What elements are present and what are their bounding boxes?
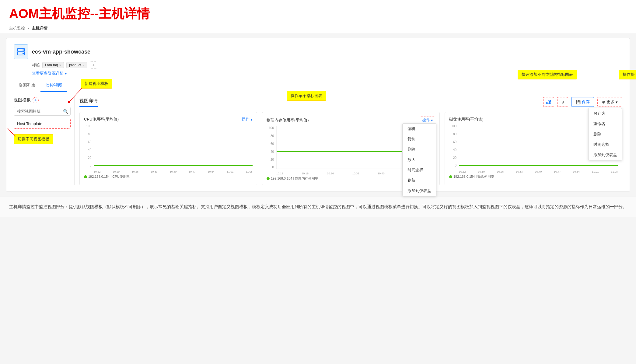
more-button[interactable]: ⊕ 更多 ▾	[597, 97, 622, 107]
chevron-down-icon: ▾	[65, 71, 67, 76]
chart-line-cpu	[94, 165, 253, 166]
resource-name: ecs-vm-app-showcase	[32, 49, 90, 55]
op-refresh[interactable]: 刷新	[403, 175, 436, 186]
annotation-new-template: 新建视图模板	[81, 79, 112, 89]
op-copy[interactable]: 复制	[403, 134, 436, 144]
y-axis-cpu: 100 80 60 40 20 0	[84, 124, 93, 167]
search-icon: 🔍	[63, 109, 68, 114]
view-tab-section: 视图详情 快速添加不同类型的指标图表	[79, 97, 622, 107]
add-chart-icon-btn[interactable]	[543, 97, 554, 107]
view-templates-label: 视图模板	[14, 97, 31, 103]
chevron-down-icon-cpu: ▾	[250, 117, 253, 122]
chevron-down-icon-memory: ▾	[431, 118, 433, 123]
svg-line-4	[68, 88, 82, 103]
breadcrumb-separator: ›	[28, 26, 29, 30]
breadcrumb: 主机监控 › 主机详情	[9, 24, 627, 33]
resource-header: ecs-vm-app-showcase	[14, 44, 622, 59]
chart-op-memory[interactable]: 操作 ▾	[420, 117, 435, 124]
tag-item-0[interactable]: i am tag ×	[42, 62, 64, 68]
op-time[interactable]: 时间选择	[403, 165, 436, 175]
breadcrumb-current: 主机详情	[32, 26, 47, 30]
chart-line-disk	[459, 165, 618, 166]
tags-row: 标签 i am tag × product × +	[32, 61, 622, 69]
annotation-switch-template: 切换不同视图模板	[14, 134, 53, 144]
view-templates-header: 视图模板 ＋	[14, 97, 71, 103]
chart-legend-disk: 192.168.0.154 | 磁盘使用率	[449, 174, 618, 179]
save-button[interactable]: 💾 保存	[571, 97, 594, 107]
y-axis-disk: 100 80 60 40 20 0	[449, 124, 458, 167]
tag-item-1[interactable]: product ×	[66, 62, 87, 68]
search-wrap: 🔍	[14, 107, 71, 116]
y-axis-memory: 100 80 60 40 20 0	[267, 126, 275, 169]
annotation-operate-template: 操作整个视图模板	[619, 70, 636, 79]
more-item-delete[interactable]: 删除	[589, 129, 622, 139]
more-dropdown: 另存为 重命名 删除 时间选择 添加到仪表盘	[588, 108, 622, 160]
tags-label: 标签	[32, 62, 40, 68]
legend-dot-disk	[449, 175, 452, 178]
chart-area-cpu: 100 80 60 40 20 0 10:12 10:19	[84, 124, 253, 173]
monitor-view: 新建视图模板 视图模板 ＋ 🔍 Host Template	[14, 97, 622, 185]
chart-legend-cpu: 192.168.0.154 | CPU使用率	[84, 174, 253, 179]
chart-header-cpu: CPU使用率(平均值) 操作 ▾	[84, 117, 253, 122]
svg-rect-8	[550, 101, 551, 104]
chart-card-memory: 物理内存使用率(平均值) 操作 ▾ 操作单个指标图表 100 80	[262, 112, 440, 185]
legend-text-cpu: 192.168.0.154 | CPU使用率	[88, 174, 130, 179]
tag-close-1[interactable]: ×	[82, 63, 84, 67]
add-tag-button[interactable]: +	[90, 61, 97, 69]
annotation-add-chart: 快速添加不同类型的指标图表	[518, 70, 577, 79]
chart-title-cpu: CPU使用率(平均值)	[84, 117, 119, 122]
tag-close-0[interactable]: ×	[59, 63, 61, 67]
left-panel: 视图模板 ＋ 🔍 Host Template 切换不同视图模板	[14, 97, 75, 185]
svg-line-5	[8, 128, 15, 137]
charts-grid: CPU使用率(平均值) 操作 ▾ 100 80 60 40 20	[79, 112, 622, 185]
chart-title-disk: 磁盘使用率(平均值)	[449, 117, 484, 122]
save-icon: 💾	[576, 100, 581, 104]
template-item-host[interactable]: Host Template	[14, 119, 71, 129]
annotation-operate-chart: 操作单个指标图表	[287, 91, 326, 101]
x-axis-disk: 10:12 10:19 10:26 10:33 10:40 10:47 10:5…	[459, 170, 618, 173]
breadcrumb-parent[interactable]: 主机监控	[9, 26, 25, 30]
bottom-description: 主机详情监控中监控视图部分：提供默认视图模板（默认模板不可删除），展示常见的基础…	[0, 197, 636, 217]
legend-dot-memory	[267, 177, 270, 180]
svg-point-2	[23, 50, 23, 50]
x-axis-cpu: 10:12 10:19 10:26 10:33 10:40 10:47 10:5…	[94, 170, 253, 173]
badge-btn[interactable]: 8	[557, 97, 568, 107]
chart-plot-cpu	[94, 124, 253, 167]
legend-text-disk: 192.168.0.154 | 磁盘使用率	[453, 174, 494, 179]
server-icon	[14, 44, 28, 59]
search-input[interactable]	[14, 107, 71, 116]
detail-actions: 快速添加不同类型的指标图表	[543, 97, 622, 107]
op-edit[interactable]: 编辑	[403, 124, 436, 134]
op-zoom[interactable]: 放大	[403, 155, 436, 165]
add-template-button[interactable]: ＋	[33, 97, 39, 103]
svg-rect-6	[547, 102, 548, 104]
chevron-icon: ▾	[616, 100, 618, 104]
op-dashboard[interactable]: 添加到仪表盘	[403, 186, 436, 196]
legend-text-memory: 192.168.0.154 | 物理内存使用率	[271, 176, 318, 181]
chart-title-memory: 物理内存使用率(平均值)	[267, 117, 309, 123]
op-delete[interactable]: 删除	[403, 144, 436, 155]
more-item-time[interactable]: 时间选择	[589, 139, 622, 150]
more-item-saveas[interactable]: 另存为	[589, 108, 622, 119]
page-title: AOM主机监控--主机详情	[9, 3, 627, 24]
right-panel: 视图详情 快速添加不同类型的指标图表	[75, 97, 622, 185]
more-icon: ⊕	[602, 100, 605, 104]
chart-op-dropdown-memory: 编辑 复制 删除 放大 时间选择 刷新 添加到仪表盘	[402, 123, 436, 196]
chart-card-cpu: CPU使用率(平均值) 操作 ▾ 100 80 60 40 20	[79, 112, 257, 185]
chart-op-cpu[interactable]: 操作 ▾	[242, 117, 253, 122]
more-item-dashboard[interactable]: 添加到仪表盘	[589, 150, 622, 160]
tab-resource-list[interactable]: 资源列表	[14, 80, 40, 92]
legend-dot-cpu	[84, 175, 87, 178]
svg-rect-7	[548, 101, 549, 104]
more-item-rename[interactable]: 重命名	[589, 119, 622, 129]
svg-point-3	[23, 53, 23, 54]
chart-header-memory: 物理内存使用率(平均值) 操作 ▾	[267, 117, 435, 124]
